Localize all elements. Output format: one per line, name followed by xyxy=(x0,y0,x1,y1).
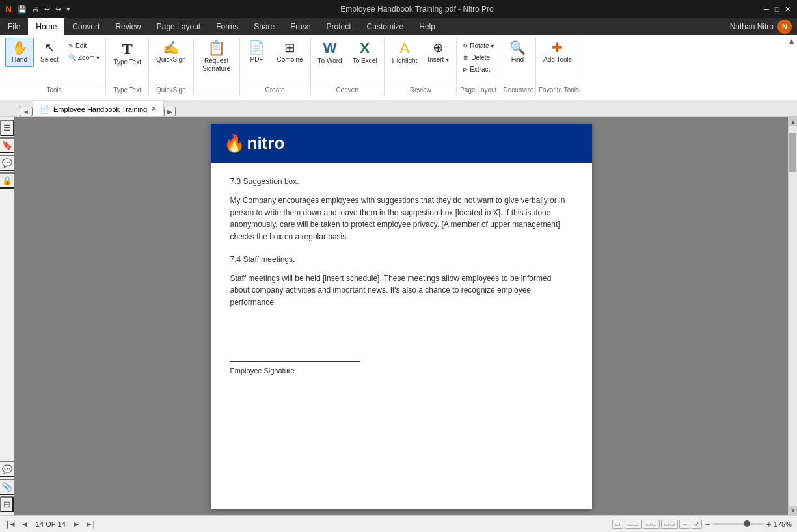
maximize-btn[interactable]: □ xyxy=(772,5,781,14)
tab-scroll-right[interactable]: ▶ xyxy=(164,107,176,116)
page-layout-group-label: Page Layout xyxy=(459,85,497,95)
find-label: Find xyxy=(511,56,524,64)
page-indicator: 14 OF 14 xyxy=(32,520,70,528)
menu-file[interactable]: File xyxy=(0,18,28,35)
favorite-content: ✚ Add Tools xyxy=(539,38,579,83)
edit-tool-btn[interactable]: ✎ Edit xyxy=(65,40,103,51)
menu-erase[interactable]: Erase xyxy=(282,18,318,35)
ribbon-group-tools: ✋ Hand ↖ Select ✎ Edit 🔍 Zoom ▾ Tools xyxy=(3,38,106,95)
zoom-slider-thumb[interactable] xyxy=(744,520,750,527)
quicksign-label: QuickSign xyxy=(156,56,186,64)
user-avatar[interactable]: N xyxy=(777,20,792,34)
extract-icon: ⊳ xyxy=(463,66,468,73)
quick-access-toolbar: 💾 🖨 ↩ ↪ ▾ xyxy=(16,4,72,15)
pdf-btn[interactable]: 📄 PDF xyxy=(243,38,271,67)
menu-help[interactable]: Help xyxy=(411,18,443,35)
menu-convert[interactable]: Convert xyxy=(64,18,107,35)
ribbon-group-request-sig: 📋 Request Signature xyxy=(194,38,240,95)
undo-btn[interactable]: ↩ xyxy=(42,4,52,15)
document-content: 🔍 Find xyxy=(503,38,533,83)
annotations-btn[interactable]: 💬 xyxy=(0,155,16,171)
pdf-header-banner: 🔥 nitro xyxy=(211,124,592,163)
menu-review[interactable]: Review xyxy=(107,18,148,35)
print-quick-btn[interactable]: 🖨 xyxy=(30,4,41,14)
combine-btn[interactable]: ⊞ Combine xyxy=(273,38,308,67)
viewer-area: 🔥 nitro 7.3 Suggestion box. My Company e… xyxy=(14,117,788,515)
scroll-up-btn[interactable]: ▲ xyxy=(789,117,797,126)
redo-btn[interactable]: ↪ xyxy=(53,4,63,15)
type-text-btn[interactable]: T Type Text xyxy=(109,38,146,70)
find-btn[interactable]: 🔍 Find xyxy=(503,38,532,67)
ribbon-group-type-text: T Type Text Type Text xyxy=(106,38,149,95)
menu-forms[interactable]: Forms xyxy=(208,18,246,35)
section-7-4-title: 7.4 Staff meetings. xyxy=(230,254,573,266)
zoom-out-btn[interactable]: − xyxy=(705,519,710,529)
layers-btn[interactable]: ⊟ xyxy=(0,496,14,512)
rotate-btn[interactable]: ↻ Rotate ▾ xyxy=(459,40,497,51)
ribbon-group-page-layout: ↻ Rotate ▾ 🗑 Delete ⊳ Extract Page Layou… xyxy=(457,38,500,95)
bookmarks-btn[interactable]: 🔖 xyxy=(0,137,16,153)
security-btn[interactable]: 🔒 xyxy=(0,172,16,189)
next-page-btn[interactable]: ► xyxy=(72,520,82,529)
pages-panel-btn[interactable]: ☰ xyxy=(0,120,14,136)
add-tools-btn[interactable]: ✚ Add Tools xyxy=(539,38,576,67)
continuous-btn[interactable]: ▭▭ xyxy=(625,520,642,529)
prev-page-btn[interactable]: ◄ xyxy=(20,520,30,529)
menu-share[interactable]: Share xyxy=(246,18,282,35)
fit-width-btn[interactable]: ↔ xyxy=(679,520,690,529)
menu-bar: File Home Convert Review Page Layout For… xyxy=(0,18,797,35)
close-btn[interactable]: ✕ xyxy=(783,5,792,14)
ribbon-collapse-btn[interactable]: ▲ xyxy=(788,36,796,46)
title-bar-left: N 💾 🖨 ↩ ↪ ▾ xyxy=(5,4,72,15)
ribbon-group-document: 🔍 Find Document xyxy=(500,38,536,95)
type-text-group-label: Type Text xyxy=(109,85,146,95)
customize-quick-btn[interactable]: ▾ xyxy=(64,4,72,15)
viewer-scroll[interactable]: 🔥 nitro 7.3 Suggestion box. My Company e… xyxy=(14,117,788,515)
menu-page-layout[interactable]: Page Layout xyxy=(149,18,208,35)
save-quick-btn[interactable]: 💾 xyxy=(16,4,29,15)
doc-tab-employee-handbook[interactable]: 📄 Employee Handbook Training ✕ xyxy=(33,101,164,116)
hand-tool-btn[interactable]: ✋ Hand xyxy=(5,38,34,67)
request-sig-btn[interactable]: 📋 Request Signature xyxy=(196,38,237,76)
highlight-btn[interactable]: A Highlight xyxy=(387,38,422,68)
zoom-in-btn[interactable]: + xyxy=(766,519,772,529)
page-navigation: |◄ ◄ 14 OF 14 ► ►| xyxy=(5,520,96,529)
window-title: Employee Handbook Training.pdf - Nitro P… xyxy=(72,5,762,14)
menu-protect[interactable]: Protect xyxy=(319,18,359,35)
review-content: A Highlight ⊕ Insert ▾ xyxy=(387,38,453,83)
tab-scroll-left[interactable]: ◄ xyxy=(20,107,33,116)
fit-page-btn[interactable]: ⤢ xyxy=(692,520,702,529)
select-tool-btn[interactable]: ↖ Select xyxy=(35,38,64,67)
menu-customize[interactable]: Customize xyxy=(359,18,412,35)
zoom-tool-btn[interactable]: 🔍 Zoom ▾ xyxy=(65,52,103,63)
zoom-percent: 175% xyxy=(774,520,792,528)
signature-label: Employee Signature xyxy=(230,366,573,377)
last-page-btn[interactable]: ►| xyxy=(84,520,96,529)
combine-label: Combine xyxy=(277,56,303,64)
facing-btn[interactable]: ▭▭ xyxy=(643,520,660,529)
user-name: Nathan Nitro xyxy=(730,22,774,31)
to-word-btn[interactable]: W To Word xyxy=(314,38,347,68)
single-page-btn[interactable]: ▭ xyxy=(612,520,623,529)
insert-btn[interactable]: ⊕ Insert ▾ xyxy=(423,38,453,67)
scroll-thumb[interactable] xyxy=(789,133,796,172)
comment-btn[interactable]: 💬 xyxy=(0,461,16,477)
tab-close-btn[interactable]: ✕ xyxy=(151,105,157,113)
delete-page-btn[interactable]: 🗑 Delete xyxy=(459,52,497,63)
menu-home[interactable]: Home xyxy=(28,18,64,35)
excel-icon: X xyxy=(360,41,370,55)
combine-icon: ⊞ xyxy=(284,41,295,54)
scroll-down-btn[interactable]: ▼ xyxy=(789,506,797,515)
first-page-btn[interactable]: |◄ xyxy=(5,520,18,529)
quicksign-btn[interactable]: ✍ QuickSign xyxy=(152,38,191,67)
ribbon-group-convert: W To Word X To Excel Convert xyxy=(311,38,385,95)
title-bar: N 💾 🖨 ↩ ↪ ▾ Employee Handbook Training.p… xyxy=(0,0,797,18)
to-excel-btn[interactable]: X To Excel xyxy=(348,38,382,68)
attach-btn[interactable]: 📎 xyxy=(0,479,16,495)
nitro-logo-text: nitro xyxy=(247,133,285,153)
type-text-label: Type Text xyxy=(113,59,141,66)
minimize-btn[interactable]: ─ xyxy=(762,5,771,14)
app-logo: N xyxy=(5,4,12,14)
two-page-btn[interactable]: ▭▭ xyxy=(661,520,678,529)
extract-btn[interactable]: ⊳ Extract xyxy=(459,64,497,75)
